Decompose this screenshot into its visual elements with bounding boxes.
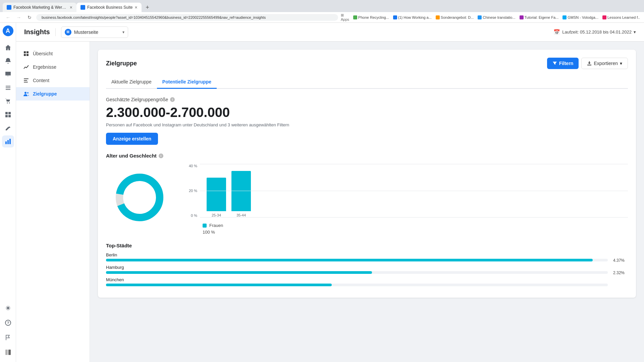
audience-size-info-icon[interactable]: i bbox=[170, 97, 175, 102]
sidebar-item-flag[interactable] bbox=[2, 331, 14, 344]
bookmark-1[interactable]: (1) How Working a... bbox=[392, 15, 433, 20]
date-range[interactable]: 📅 Laufzeit: 05.12.2018 bis 04.01.2022 ▾ bbox=[553, 29, 636, 35]
bar-label-25-34: 25-34 bbox=[212, 213, 221, 217]
tab-close-2[interactable]: × bbox=[135, 5, 137, 10]
svg-rect-14 bbox=[5, 350, 8, 355]
header-divider bbox=[55, 28, 56, 36]
bar-35-44[interactable] bbox=[231, 171, 251, 211]
sidebar-item-help[interactable]: ? bbox=[2, 317, 14, 329]
card-header: Zielgruppe Filtern Exportieren ▾ bbox=[106, 58, 628, 69]
svg-rect-11 bbox=[9, 139, 11, 144]
audience-desc: Personen auf Facebook und Instagram unte… bbox=[106, 122, 628, 127]
city-row-hamburg: Hamburg 2.32% bbox=[106, 265, 628, 274]
date-chevron-icon: ▾ bbox=[634, 29, 636, 35]
insights-title: Insights bbox=[24, 28, 50, 36]
nav-item-content[interactable]: Content bbox=[16, 74, 90, 87]
bookmark-3[interactable]: Chinese translatio... bbox=[476, 15, 517, 20]
date-range-text: Laufzeit: 05.12.2018 bis 04.01.2022 bbox=[562, 29, 632, 35]
people-icon bbox=[23, 90, 30, 97]
tab-2[interactable]: Facebook Business Suite × bbox=[76, 3, 142, 12]
tab-title-2: Facebook Business Suite bbox=[87, 5, 132, 10]
svg-point-24 bbox=[27, 92, 29, 94]
svg-rect-8 bbox=[8, 115, 11, 117]
age-gender-title: Alter und Geschlecht i bbox=[106, 153, 628, 159]
legend-color-dot bbox=[203, 224, 207, 228]
svg-point-23 bbox=[24, 92, 26, 94]
main-content: Zielgruppe Filtern Exportieren ▾ bbox=[90, 42, 644, 362]
page-chevron-icon: ▾ bbox=[122, 30, 124, 35]
url-bar[interactable]: business.facebook.com/latest/insights/pe… bbox=[36, 14, 338, 21]
filter-button[interactable]: Filtern bbox=[547, 58, 579, 69]
bookmark-2[interactable]: Sonderangebot: D... bbox=[434, 15, 475, 20]
chat-icon bbox=[5, 71, 11, 78]
sidebar-item-reports[interactable] bbox=[2, 82, 14, 94]
help-icon: ? bbox=[5, 319, 11, 326]
sidebar-item-home[interactable] bbox=[2, 42, 14, 54]
flag-icon bbox=[5, 334, 11, 341]
grid-line-top bbox=[200, 164, 628, 164]
analytics-icon bbox=[5, 138, 11, 145]
svg-rect-22 bbox=[24, 82, 28, 82]
svg-rect-6 bbox=[8, 112, 11, 114]
y-label-40: 40 % bbox=[186, 164, 197, 168]
overview-icon bbox=[23, 50, 30, 57]
legend-pct: 100 % bbox=[203, 230, 215, 235]
age-gender-info-icon[interactable]: i bbox=[159, 154, 163, 158]
sidebar-item-grid[interactable] bbox=[2, 109, 14, 121]
sidebar-item-shop[interactable] bbox=[2, 95, 14, 107]
city-bar-hamburg bbox=[106, 271, 372, 274]
donut-chart-wrapper bbox=[106, 164, 173, 224]
nav-item-zielgruppe[interactable]: Zielgruppe bbox=[16, 87, 90, 101]
forward-button[interactable]: → bbox=[15, 13, 23, 21]
svg-rect-20 bbox=[24, 78, 29, 79]
nav-label-zielgruppe: Zielgruppe bbox=[33, 91, 57, 97]
y-label-0: 0 % bbox=[186, 214, 197, 218]
city-pct-berlin: 4.37% bbox=[613, 258, 625, 263]
create-ad-button[interactable]: Anzeige erstellen bbox=[106, 133, 158, 145]
tab-1[interactable]: Facebook Marketing & Werbe... × bbox=[3, 3, 76, 12]
tab-close-1[interactable]: × bbox=[70, 5, 72, 10]
tab-potentielle[interactable]: Potentielle Zielgruppe bbox=[157, 76, 217, 89]
sidebar-item-notifications[interactable] bbox=[2, 55, 14, 67]
sidebar-item-settings[interactable] bbox=[2, 302, 14, 314]
svg-point-27 bbox=[119, 177, 160, 218]
export-chevron-icon: ▾ bbox=[620, 61, 622, 66]
legend-label: Frauen bbox=[209, 223, 223, 228]
grid-icon bbox=[5, 111, 11, 118]
legend-pct-row: 100 % bbox=[203, 229, 628, 235]
back-button[interactable]: ← bbox=[4, 13, 12, 21]
page-selector[interactable]: M Musterseite ▾ bbox=[61, 26, 128, 38]
nav-item-uebersicht[interactable]: Übersicht bbox=[16, 47, 90, 60]
bookmark-phone[interactable]: Phone Recycling... bbox=[352, 15, 390, 20]
svg-rect-21 bbox=[24, 80, 27, 81]
bookmark-5[interactable]: GMSN - Volodga... bbox=[561, 15, 600, 20]
nav-item-ergebnisse[interactable]: Ergebnisse bbox=[16, 60, 90, 74]
age-gender-section: Alter und Geschlecht i bbox=[106, 153, 628, 235]
bell-icon bbox=[5, 58, 11, 64]
sidebar-item-messages[interactable] bbox=[2, 68, 14, 80]
tab-aktuelle[interactable]: Aktuelle Zielgruppe bbox=[106, 76, 157, 89]
fb-sidebar: A ? bbox=[0, 23, 16, 362]
cart-icon bbox=[5, 98, 11, 105]
list-icon bbox=[5, 84, 11, 91]
grid-line-bottom bbox=[200, 217, 628, 218]
sidebar-item-paint[interactable] bbox=[2, 122, 14, 134]
city-pct-hamburg: 2.32% bbox=[613, 270, 625, 275]
export-button[interactable]: Exportieren ▾ bbox=[581, 58, 628, 69]
audience-number: 2.300.000-2.700.000 bbox=[106, 105, 628, 120]
bookmark-6[interactable]: Lessons Learned f... bbox=[601, 15, 640, 20]
svg-rect-25 bbox=[587, 65, 591, 65]
city-row-muenchen: München bbox=[106, 277, 628, 286]
sidebar-item-analytics[interactable] bbox=[2, 135, 14, 147]
reload-button[interactable]: ↻ bbox=[25, 13, 34, 21]
bar-25-34[interactable] bbox=[207, 178, 226, 211]
content-area: Übersicht Ergebnisse Content bbox=[16, 42, 644, 362]
svg-point-3 bbox=[7, 103, 8, 104]
svg-rect-10 bbox=[7, 140, 9, 144]
panel-toggle-btn[interactable] bbox=[5, 349, 11, 357]
bookmark-4[interactable]: Tutorial: Eigene Fa... bbox=[518, 15, 560, 20]
city-bar-row-berlin: 4.37% bbox=[106, 259, 608, 261]
new-tab-button[interactable]: + bbox=[143, 3, 152, 12]
bookmarks-label: ⊞ Apps bbox=[341, 13, 349, 21]
fb-logo: A bbox=[3, 25, 13, 36]
